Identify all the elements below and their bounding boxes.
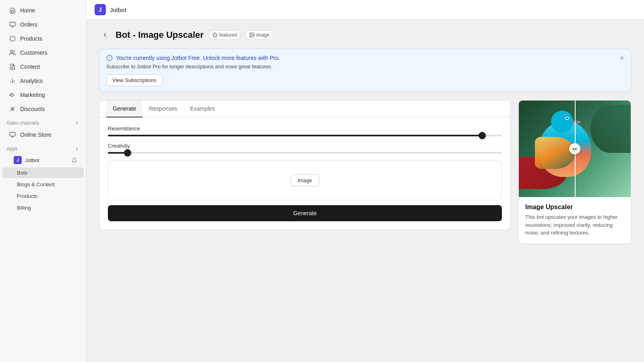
app-name: Jotbot (110, 6, 126, 13)
sidebar-item-orders[interactable]: Orders (2, 18, 84, 31)
blogs-label: Blogs & Content (17, 181, 55, 187)
apps-section: Apps (0, 142, 86, 153)
orders-icon (9, 21, 16, 28)
sidebar-sub-billing[interactable]: Billing (2, 202, 84, 213)
view-subscriptions-button[interactable]: View Subscriptions (106, 74, 163, 86)
sidebar-item-customers-label: Customers (20, 49, 47, 56)
sidebar: Home Orders Products Customers Content (0, 0, 87, 362)
bots-label: Bots (17, 170, 27, 176)
marketing-icon (9, 91, 16, 99)
svg-point-17 (251, 34, 252, 35)
back-button[interactable] (99, 29, 111, 41)
svg-line-12 (10, 107, 15, 111)
sidebar-item-online-store[interactable]: Online Store (2, 128, 84, 142)
sidebar-item-analytics-label: Analytics (20, 78, 43, 84)
products-sub-label: Products (17, 193, 37, 199)
svg-marker-9 (10, 93, 12, 97)
sales-channels-section: Sales channels (0, 116, 86, 128)
topbar: J Jotbot (87, 0, 644, 20)
sidebar-sub-blogs[interactable]: Blogs & Content (2, 179, 84, 190)
analytics-icon (9, 77, 16, 84)
bot-title: Image Upscaler (525, 204, 624, 211)
sidebar-item-analytics[interactable]: Analytics (2, 74, 84, 88)
badge-image: image (246, 31, 273, 39)
left-panel: Generate Responses Examples Resemblance (99, 100, 510, 230)
page-header: Bot - Image Upscaler featured image (99, 29, 631, 41)
sidebar-item-content[interactable]: Content (2, 60, 84, 74)
sidebar-item-home-label: Home (20, 7, 35, 14)
sidebar-item-discounts[interactable]: Discounts (2, 102, 84, 116)
right-panel-body: Image Upscaler This bot upscales your im… (519, 197, 631, 243)
svg-point-10 (11, 108, 12, 109)
creativity-slider-group: Creativity (108, 143, 502, 154)
sidebar-sub-bots[interactable]: Bots (2, 167, 84, 178)
image-upload-area[interactable]: Image (108, 160, 502, 200)
content-area: Bot - Image Upscaler featured image You'… (87, 20, 644, 362)
sidebar-item-marketing[interactable]: Marketing (2, 88, 84, 102)
image-button[interactable]: Image (291, 175, 319, 186)
sidebar-sub-products[interactable]: Products (2, 191, 84, 202)
image-compare: ⇔ (519, 101, 631, 197)
creativity-label: Creativity (108, 143, 502, 149)
jotbot-item[interactable]: J Jotbot (2, 154, 84, 167)
panel-body: Resemblance Creativity (100, 117, 510, 229)
resemblance-slider-group: Resemblance (108, 125, 502, 136)
main-content: J Jotbot Bot - Image Upscaler featured i… (87, 0, 644, 362)
sidebar-item-discounts-label: Discounts (20, 106, 45, 112)
tabs: Generate Responses Examples (100, 101, 510, 117)
home-icon (9, 7, 16, 14)
sidebar-item-orders-label: Orders (20, 21, 37, 28)
compare-handle[interactable]: ⇔ (569, 143, 580, 154)
tab-responses[interactable]: Responses (142, 101, 184, 117)
online-store-label: Online Store (20, 132, 52, 138)
promo-text: Subscribe to Jotbot Pro for longer descr… (106, 64, 624, 70)
badge-featured: featured (208, 31, 241, 39)
svg-point-11 (13, 109, 14, 111)
tab-generate[interactable]: Generate (106, 101, 142, 117)
app-logo: J (95, 4, 106, 15)
generate-button[interactable]: Generate (108, 205, 502, 221)
products-icon (9, 35, 16, 42)
content-icon (9, 63, 16, 70)
creativity-slider[interactable] (108, 152, 502, 154)
discounts-icon (9, 105, 16, 113)
svg-rect-0 (10, 22, 15, 26)
resemblance-label: Resemblance (108, 125, 502, 132)
page-title: Bot - Image Upscaler (116, 30, 204, 40)
bell-icon (72, 157, 77, 163)
sidebar-item-marketing-label: Marketing (20, 92, 45, 98)
jotbot-logo: J (14, 156, 22, 164)
svg-point-3 (10, 50, 12, 52)
promo-close-button[interactable] (618, 54, 626, 62)
customers-icon (9, 49, 16, 56)
promo-header: You're currently using Jotbot Free. Unlo… (106, 55, 624, 61)
sidebar-item-products-label: Products (20, 35, 42, 42)
jotbot-label: Jotbot (25, 157, 39, 163)
bot-description: This bot upscales your images to higher … (525, 213, 624, 237)
sidebar-item-products[interactable]: Products (2, 32, 84, 45)
resemblance-slider[interactable] (108, 135, 502, 136)
tab-examples[interactable]: Examples (184, 101, 221, 117)
sidebar-item-customers[interactable]: Customers (2, 46, 84, 60)
promo-banner: You're currently using Jotbot Free. Unlo… (99, 49, 631, 92)
svg-rect-13 (10, 132, 15, 136)
right-panel: ⇔ Image Upscaler This bot upscales your … (518, 100, 631, 244)
two-col-layout: Generate Responses Examples Resemblance (99, 100, 631, 244)
online-store-icon (9, 131, 16, 138)
sidebar-item-content-label: Content (20, 64, 40, 70)
sidebar-item-home[interactable]: Home (2, 4, 84, 17)
billing-label: Billing (17, 205, 31, 211)
